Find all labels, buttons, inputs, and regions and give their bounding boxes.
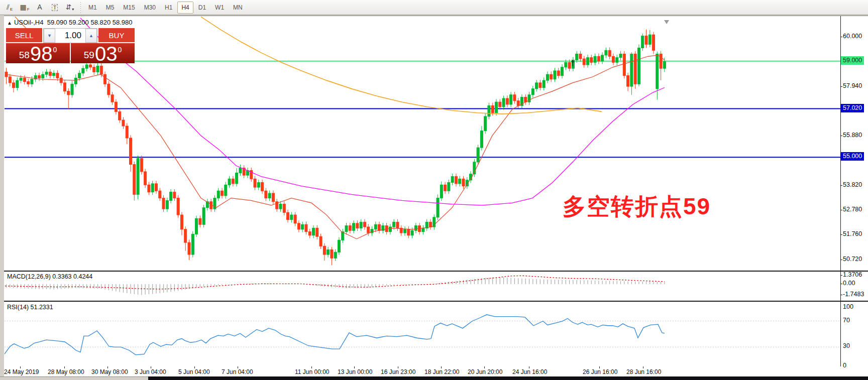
cycle-arrows-icon[interactable]: ⇵▾ [63, 1, 77, 14]
candle [378, 224, 381, 230]
candle [565, 62, 567, 67]
candle [137, 159, 139, 195]
candle [637, 48, 640, 84]
candle [499, 102, 501, 107]
volume-down-button[interactable]: ▼ [44, 29, 55, 43]
candle [546, 74, 549, 80]
candle [104, 74, 106, 84]
timeframe-buttons: M1M5M15M30H1H4D1W1MN [84, 2, 247, 14]
timeframe-button-H1[interactable]: H1 [161, 2, 176, 14]
timeframe-button-M15[interactable]: M15 [119, 2, 139, 14]
candle [177, 198, 179, 215]
candle [510, 95, 512, 104]
autoscroll-shift-marker[interactable] [664, 20, 669, 24]
candle [334, 252, 337, 258]
rsi-tick-label: 70 [843, 317, 850, 324]
candle [477, 148, 479, 162]
text-box-icon[interactable]: T [48, 1, 62, 14]
candle [404, 229, 406, 233]
rsi-canvas[interactable] [5, 302, 840, 366]
candle [451, 177, 454, 183]
macd-indicator-pane[interactable]: MACD(12,26,9) 0.3363 0.4244 [4, 271, 868, 301]
candle [272, 193, 274, 202]
candle [517, 101, 519, 106]
timeframe-button-H4[interactable]: H4 [177, 2, 193, 14]
timeframe-button-MN[interactable]: MN [229, 2, 247, 14]
macd-axis-line [840, 272, 841, 301]
timeframe-button-M5[interactable]: M5 [102, 2, 119, 14]
candle [319, 236, 322, 246]
candle [20, 78, 22, 80]
rsi-tick-label: 30 [843, 342, 850, 349]
candle [23, 78, 26, 81]
buy-button[interactable]: BUY [98, 28, 135, 43]
bid-price-display[interactable]: 58 98 0 [6, 43, 70, 63]
candle [119, 111, 121, 120]
bid-decimals: 98 [30, 45, 53, 63]
candle [630, 54, 633, 86]
candle [53, 73, 55, 76]
grid-tile-f-icon[interactable]: ▦F [18, 1, 32, 14]
timeframe-button-W1[interactable]: W1 [211, 2, 228, 14]
text-label-icon[interactable]: A [33, 1, 47, 14]
candle [627, 76, 629, 87]
candle [645, 36, 647, 45]
candle [130, 138, 132, 165]
candle [228, 179, 231, 185]
rsi-indicator-pane[interactable]: RSI(14) 51.2331 [4, 301, 868, 367]
candle [107, 84, 110, 95]
ma-slow-magenta [80, 18, 665, 205]
symbol-quote-header: ▲USOil-,H4 59.090 59.200 58.820 58.980 [7, 19, 133, 26]
ask-price-display[interactable]: 59 03 0 [71, 43, 135, 63]
candle [550, 74, 553, 79]
time-axis-label: 30 May 08:00 [91, 368, 128, 375]
candle [9, 77, 11, 83]
candle [217, 191, 220, 198]
price-tick-dash [840, 86, 842, 87]
ask-decimals: 03 [95, 45, 118, 63]
timeframe-button-M30[interactable]: M30 [140, 2, 160, 14]
price-tick-label: 53.820 [843, 181, 862, 188]
candle [491, 105, 494, 112]
symbol-label: USOil-,H4 [14, 19, 44, 26]
candle [301, 224, 304, 229]
rsi-axis-line [840, 302, 841, 366]
candle [199, 218, 201, 224]
chart-overlap-e-icon[interactable]: ⫽E [3, 1, 17, 14]
rsi-line [5, 315, 665, 356]
candle [202, 208, 205, 224]
sell-button[interactable]: SELL [6, 28, 42, 43]
main-chart-pane[interactable]: † ▲USOil-,H4 59.090 59.200 58.820 58.980… [4, 16, 868, 271]
ma-slowest-orange [201, 17, 602, 114]
candle [411, 230, 413, 235]
rsi-tick-label: 0 [843, 362, 846, 369]
candle [444, 185, 447, 191]
macd-label: MACD(12,26,9) 0.3363 0.4244 [7, 273, 92, 280]
candle [287, 212, 289, 219]
candle [78, 73, 81, 78]
time-axis-tick [398, 366, 398, 368]
macd-canvas[interactable] [5, 272, 840, 301]
time-axis-label: 28 Jun 16:00 [626, 368, 661, 375]
toolbar-separator [80, 2, 81, 13]
candle [331, 249, 333, 258]
macd-tick-label: -1.7483 [843, 291, 864, 298]
candle [180, 215, 183, 229]
candle [89, 65, 91, 67]
candle [601, 55, 604, 61]
volume-input[interactable]: 1.00 [55, 29, 85, 43]
candle [38, 76, 41, 78]
candle [166, 200, 168, 209]
candle [422, 228, 424, 231]
volume-up-button[interactable]: ▲ [85, 29, 97, 43]
price-tick-label: 50.720 [843, 256, 862, 263]
price-tick-label: 60.000 [843, 33, 862, 40]
time-axis-tick [599, 366, 600, 368]
candle [85, 65, 88, 68]
candle [67, 91, 70, 95]
candle [407, 229, 410, 235]
timeframe-button-D1[interactable]: D1 [194, 2, 210, 14]
candle [140, 159, 143, 172]
timeframe-button-M1[interactable]: M1 [84, 2, 101, 14]
candle [513, 95, 516, 101]
